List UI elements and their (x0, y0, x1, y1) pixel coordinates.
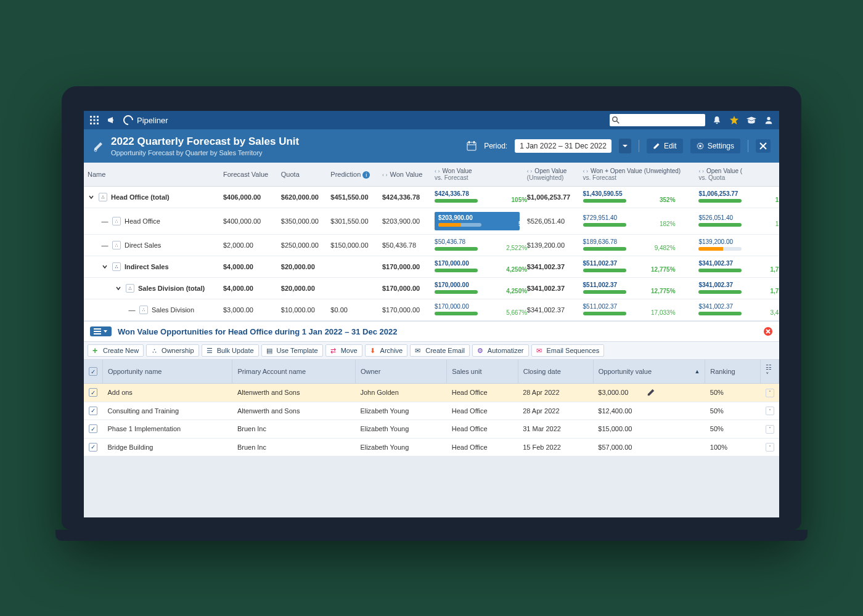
automatizer-button[interactable]: ⚙Automatizer (472, 344, 529, 357)
cell-won: $203,900.00 (378, 208, 431, 235)
forecast-row[interactable]: —⛬Head Office $400,000.00 $350,000.00 $3… (84, 208, 779, 235)
svg-point-11 (767, 117, 770, 120)
chevron-down-icon[interactable] (101, 264, 108, 270)
use-template-button[interactable]: ▤Use Template (261, 344, 323, 357)
star-icon[interactable] (729, 115, 740, 126)
row-checkbox[interactable] (89, 443, 97, 452)
create-email-button[interactable]: ✉Create Email (410, 344, 470, 357)
email-sequences-button[interactable]: ✉Email Sequences (531, 344, 605, 357)
stack-icon: ☰ (207, 347, 214, 354)
svg-rect-2 (97, 116, 99, 118)
close-button[interactable] (756, 139, 771, 153)
cell-open-unweighted: $139,200.00 (523, 235, 579, 256)
megaphone-icon[interactable] (106, 115, 117, 126)
close-circle-icon (763, 326, 773, 336)
move-button[interactable]: ⇄Move (325, 344, 362, 357)
columns-icon[interactable]: ☷ ˅ (766, 363, 772, 379)
archive-button[interactable]: ⬇Archive (365, 344, 408, 357)
col-open-vs-quota[interactable]: ‹ ›Open Value (vs. Quota (695, 163, 779, 187)
chevron-down-icon[interactable] (115, 285, 122, 291)
cell-open-vs-quota: $139,200.00 56% (695, 235, 779, 256)
col-prediction[interactable]: Prediction i (327, 163, 378, 187)
cell-opp-name: Phase 1 Implementation (103, 420, 232, 439)
row-menu-dropdown[interactable]: ˅ (766, 389, 774, 397)
cell-won-plus-open: $511,002.37 12,775% (579, 278, 695, 299)
cell-forecast: $400,000.00 (219, 208, 277, 235)
calendar-icon (467, 141, 476, 151)
col-ranking[interactable]: Ranking (705, 360, 761, 384)
col-won[interactable]: ‹ ›Won Value (378, 163, 431, 187)
cell-ranking: 50% (705, 402, 761, 420)
col-view-options[interactable]: ☷ ˅ (761, 360, 779, 384)
col-open-unweighted[interactable]: ‹ ›Open Value(Unweighted) (523, 163, 579, 187)
col-sales-unit[interactable]: Sales unit (447, 360, 518, 384)
cell-opp-name: Add ons (103, 384, 232, 402)
cell-account: Bruen Inc (232, 438, 355, 456)
row-menu-dropdown[interactable]: ˅ (766, 407, 774, 415)
brand-logo[interactable]: Pipeliner (123, 115, 168, 125)
info-icon[interactable]: i (362, 171, 370, 179)
settings-button[interactable]: Settings (690, 139, 740, 153)
forecast-row[interactable]: —⛬Direct Sales $2,000.00 $250,000.00 $15… (84, 235, 779, 256)
col-checkbox[interactable] (84, 360, 103, 384)
cell-unit: Head Office (447, 420, 518, 439)
col-account[interactable]: Primary Account name (232, 360, 355, 384)
row-menu-dropdown[interactable]: ˅ (766, 425, 774, 434)
apps-grid-icon[interactable] (89, 115, 100, 126)
col-opp-name[interactable]: Opportunity name (103, 360, 232, 384)
col-won-plus-open[interactable]: ‹ ›Won + Open Value (Unweighted)vs. Fore… (579, 163, 695, 187)
collapse-dash-icon[interactable]: — (128, 306, 136, 314)
cell-prediction: $301,550.00 (327, 208, 378, 235)
col-forecast[interactable]: Forecast Value (219, 163, 277, 187)
page-header: 2022 Quarterly Forecast by Sales Unit Op… (84, 129, 779, 163)
close-section-button[interactable] (763, 326, 773, 336)
user-icon[interactable] (763, 115, 774, 126)
global-search[interactable] (610, 114, 705, 126)
opportunity-row[interactable]: Bridge Building Bruen Inc Elizabeth Youn… (84, 438, 779, 456)
period-selector[interactable]: 1 Jan 2022 – 31 Dec 2022 (515, 139, 611, 153)
row-menu-dropdown[interactable]: ˅ (766, 443, 774, 452)
forecast-row[interactable]: ⛬Sales Division (total) $4,000.00 $20,00… (84, 278, 779, 299)
cell-forecast: $4,000.00 (219, 278, 277, 299)
create-new-button[interactable]: +Create New (88, 344, 144, 357)
collapse-dash-icon[interactable]: — (101, 241, 108, 249)
bulk-update-button[interactable]: ☰Bulk Update (202, 344, 259, 357)
cell-won-plus-open: $1,430,590.55 352% (579, 187, 695, 208)
cell-open-unweighted: $526,051.40 (523, 208, 579, 235)
col-closing-date[interactable]: Closing date (518, 360, 593, 384)
cell-close: 15 Feb 2022 (518, 438, 593, 456)
bell-icon[interactable] (711, 115, 722, 126)
col-name[interactable]: Name (84, 163, 219, 187)
opportunity-row[interactable]: Phase 1 Implementation Bruen Inc Elizabe… (84, 420, 779, 439)
opportunity-row[interactable]: Consulting and Training Altenwerth and S… (84, 402, 779, 420)
org-unit-icon: ⛬ (99, 193, 107, 201)
col-opp-value[interactable]: Opportunity value▲ (593, 360, 705, 384)
chevron-down-icon[interactable] (88, 194, 95, 200)
forecast-row[interactable]: ⛬Indirect Sales $4,000.00 $20,000.00 $17… (84, 256, 779, 278)
edit-view-icon[interactable] (92, 140, 105, 152)
col-owner[interactable]: Owner (355, 360, 446, 384)
svg-rect-3 (90, 120, 92, 121)
period-dropdown-button[interactable] (619, 139, 631, 153)
edit-button[interactable]: Edit (647, 139, 683, 153)
cell-unit: Head Office (447, 438, 518, 456)
row-checkbox[interactable] (89, 424, 97, 433)
graduation-cap-icon[interactable] (746, 115, 757, 126)
col-quota[interactable]: Quota (277, 163, 327, 187)
forecast-row[interactable]: —⛬Sales Division $3,000.00 $10,000.00 $0… (84, 299, 779, 321)
row-checkbox[interactable] (89, 388, 97, 397)
select-all-checkbox[interactable] (89, 367, 97, 376)
col-won-vs-forecast[interactable]: ‹ ›Won Valuevs. Forecast (431, 163, 523, 187)
cell-prediction: $150,000.00 (327, 235, 378, 256)
view-menu-button[interactable] (90, 326, 112, 336)
opportunity-row[interactable]: Add ons Altenwerth and Sons John Golden … (84, 384, 779, 402)
row-checkbox[interactable] (89, 407, 97, 415)
cell-won-vs-forecast: $203,900.00 51% (431, 208, 523, 235)
svg-rect-5 (97, 120, 99, 121)
edit-row-icon[interactable] (647, 388, 655, 397)
nav-arrows-icon[interactable]: ‹ › (382, 172, 388, 178)
svg-rect-4 (94, 120, 96, 121)
ownership-button[interactable]: ⛬Ownership (146, 344, 199, 357)
collapse-dash-icon[interactable]: — (101, 217, 108, 225)
forecast-row[interactable]: ⛬Head Office (total) $406,000.00 $620,00… (84, 187, 779, 208)
